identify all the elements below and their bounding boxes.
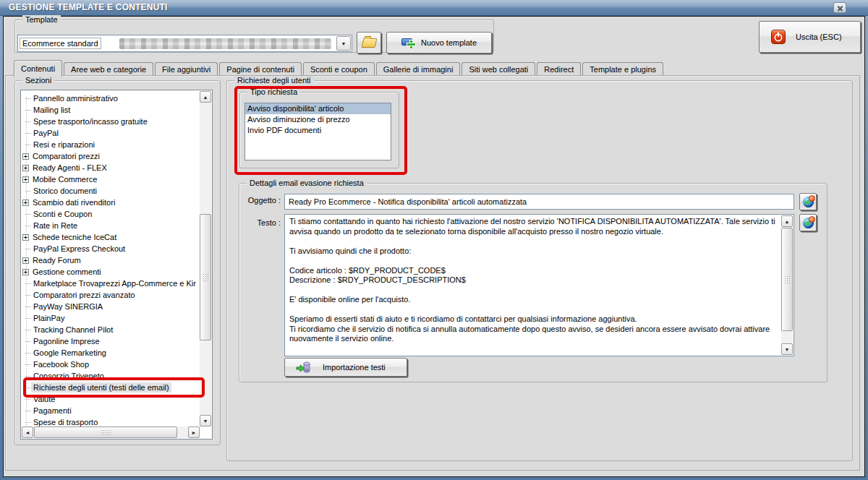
expand-plus-icon[interactable]	[22, 234, 29, 241]
tree-item[interactable]: Tracking Channel Pilot	[22, 324, 200, 335]
tree-item-label: Scambio dati rivenditori	[30, 197, 117, 207]
tree-item[interactable]: Schede tecniche IceCat	[22, 231, 200, 243]
tree-item[interactable]: Scambio dati rivenditori	[22, 197, 200, 208]
vertical-scroll-thumb[interactable]	[781, 228, 793, 331]
sections-group-label: Sezioni	[22, 76, 54, 85]
body-translate-button[interactable]	[799, 214, 817, 231]
vertical-scroll-thumb[interactable]	[200, 214, 211, 340]
tree-item[interactable]: Facebook Shop	[22, 359, 200, 370]
exit-label: Uscita (ESC)	[796, 33, 842, 41]
request-type-option[interactable]: Avviso diminuzione di prezzo	[245, 114, 391, 125]
expand-plus-icon[interactable]	[22, 176, 29, 183]
template-combobox[interactable]: Ecommerce standard ▼	[17, 35, 352, 52]
scroll-down-button[interactable]: ▼	[200, 415, 211, 427]
tree-vertical-scrollbar[interactable]: ▲ ▼	[200, 91, 211, 427]
tree-item[interactable]: Gestione commenti	[22, 266, 200, 278]
tree-item[interactable]: PayWay SINERGIA	[22, 301, 200, 312]
tree-item[interactable]: PayPal	[22, 127, 200, 139]
tab[interactable]: Template e plugins	[582, 62, 663, 76]
combobox-dropdown-button[interactable]: ▼	[336, 36, 351, 51]
tree-item-label: Pagamenti	[31, 406, 74, 416]
request-type-listbox[interactable]: Avviso disponibilita' articoloAvviso dim…	[244, 103, 391, 160]
tree-item[interactable]: Pagamenti	[22, 405, 200, 416]
email-details-group-label: Dettagli email evasione richiesta	[247, 179, 367, 188]
tree-connector	[25, 376, 30, 377]
import-texts-button[interactable]: Importazione testi	[284, 358, 407, 377]
tree-item[interactable]: Richieste degli utenti (testi delle emai…	[22, 382, 200, 393]
tree-item[interactable]: Spese di trasporto	[22, 416, 200, 427]
expand-plus-icon[interactable]	[22, 153, 29, 160]
tree-connector	[25, 121, 30, 122]
arrow-down-icon: ▼	[785, 347, 790, 352]
tree-item[interactable]: PayPal Express Checkout	[22, 243, 200, 254]
tree-item[interactable]: Mobile Commerce	[22, 173, 200, 185]
tree-connector	[25, 399, 30, 400]
close-button[interactable]	[833, 2, 846, 13]
chevron-down-icon: ▼	[341, 41, 346, 46]
tree-item-label: Richieste degli utenti (testi delle emai…	[31, 382, 171, 393]
tab[interactable]: Aree web e categorie	[64, 62, 153, 76]
tree-item[interactable]: Valute	[22, 393, 200, 405]
subject-translate-button[interactable]	[799, 193, 817, 210]
tree-item[interactable]: Marketplace Trovaprezzi App-Commerce e K…	[22, 278, 200, 289]
tree-connector	[25, 422, 30, 423]
tree-item-label: Resi e riparazioni	[31, 140, 97, 150]
client-area: Template Ecommerce standard ▼ Nuovo temp…	[3, 16, 865, 477]
tree-item[interactable]: PlainPay	[22, 312, 200, 324]
tree-item[interactable]: Ready Forum	[22, 254, 200, 266]
tree-connector	[25, 283, 30, 284]
tree-item[interactable]: Consorzio Triveneto	[22, 370, 200, 382]
tab[interactable]: Redirect	[537, 62, 581, 76]
tree-connector	[25, 191, 30, 192]
tree-item[interactable]: Spese trasporto/incasso gratuite	[22, 116, 200, 127]
tree-item[interactable]: Pagonline Imprese	[22, 335, 200, 347]
scroll-up-button[interactable]: ▲	[781, 215, 793, 227]
tree-item[interactable]: Pannello amministrativo	[22, 93, 200, 104]
tree-item[interactable]: Ready Agenti - FLEX	[22, 162, 200, 173]
tree-connector	[25, 110, 30, 111]
exit-button[interactable]: Uscita (ESC)	[759, 21, 861, 53]
tree-item-label: Mailing list	[31, 105, 72, 115]
scroll-left-button[interactable]: ◄	[22, 427, 33, 438]
globe-icon	[803, 197, 814, 207]
tree-item-label: Sconti e Coupon	[31, 209, 94, 219]
tree-item[interactable]: Rate in Rete	[22, 220, 200, 231]
expand-plus-icon[interactable]	[22, 165, 29, 171]
tree-item[interactable]: Comparatori prezzi	[22, 150, 200, 162]
tree-item-label: Spese di trasporto	[31, 417, 100, 427]
open-template-folder-button[interactable]	[357, 32, 381, 53]
tree-item[interactable]: Storico documenti	[22, 185, 200, 197]
tree-connector	[25, 330, 30, 330]
tree-horizontal-scrollbar[interactable]: ◄ ►	[22, 427, 200, 438]
tree-item[interactable]: Google Remarketing	[22, 347, 200, 359]
tree-connector	[25, 353, 30, 353]
request-type-group-label: Tipo richiesta	[247, 87, 300, 97]
tree-item[interactable]: Resi e riparazioni	[22, 139, 200, 150]
horizontal-scroll-thumb[interactable]	[34, 427, 177, 438]
scroll-up-button[interactable]: ▲	[200, 91, 211, 103]
tab[interactable]: Contenuti	[14, 60, 62, 77]
arrow-left-icon: ◄	[25, 430, 30, 435]
expand-plus-icon[interactable]	[22, 200, 29, 206]
window-titlebar[interactable]: GESTIONE TEMPLATE E CONTENUTI	[0, 0, 868, 16]
tab[interactable]: Gallerie di immagini	[376, 62, 461, 76]
tree-item[interactable]: Comparatori prezzi avanzato	[22, 289, 200, 301]
scroll-right-button[interactable]: ►	[188, 427, 200, 438]
subject-input[interactable]	[284, 194, 794, 210]
body-vertical-scrollbar[interactable]: ▲ ▼	[781, 215, 793, 355]
tree-item-label: Mobile Commerce	[30, 174, 99, 184]
request-type-option[interactable]: Avviso disponibilita' articolo	[245, 103, 391, 114]
tree-item[interactable]: Mailing list	[22, 104, 200, 116]
tab[interactable]: Sconti e coupon	[303, 62, 375, 76]
request-type-option[interactable]: Invio PDF documenti	[245, 125, 391, 136]
scroll-down-button[interactable]: ▼	[781, 343, 793, 355]
expand-plus-icon[interactable]	[22, 269, 29, 275]
new-template-button[interactable]: Nuovo template	[386, 32, 492, 53]
expand-plus-icon[interactable]	[22, 257, 29, 264]
tree-connector	[25, 249, 30, 249]
body-textarea[interactable]: Ti stiamo contattando in quanto hai rich…	[286, 215, 781, 355]
tab[interactable]: File aggiuntivi	[155, 62, 218, 76]
tree-item[interactable]: Sconti e Coupon	[22, 208, 200, 220]
tab[interactable]: Siti web collegati	[461, 62, 535, 76]
tab[interactable]: Pagine di contenuti	[219, 62, 302, 76]
